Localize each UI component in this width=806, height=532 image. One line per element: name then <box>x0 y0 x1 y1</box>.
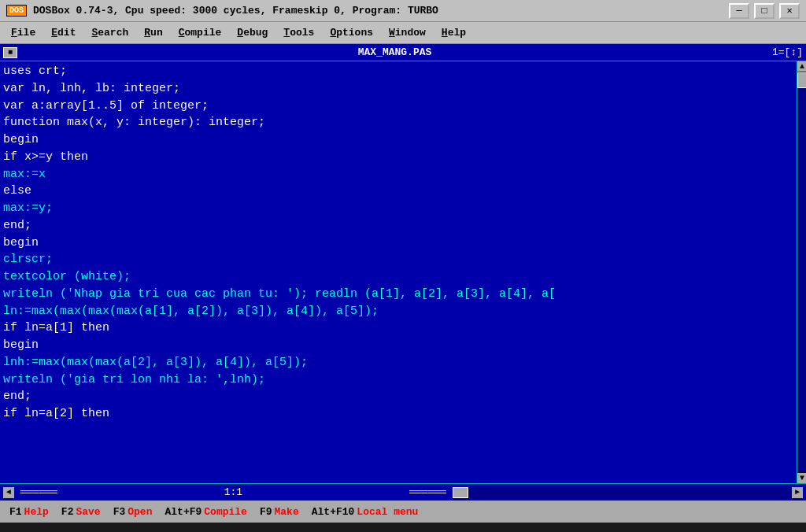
title-bar-left: DOS DOSBox 0.74-3, Cpu speed: 3000 cycle… <box>6 5 438 17</box>
scroll-left-button[interactable]: ◄ <box>3 487 14 498</box>
code-line-5: begin <box>3 131 793 149</box>
fn-label-make: Make <box>275 506 299 518</box>
code-line-11: begin <box>3 235 793 252</box>
menu-bar: File Edit Search Run Compile Debug Tools… <box>0 22 806 44</box>
fn-label-local-menu: Local menu <box>357 506 418 518</box>
menu-file[interactable]: File <box>3 24 43 41</box>
code-line-13: textcolor (white); <box>3 268 793 286</box>
fn-key-altf10: Alt+F10 <box>312 506 355 518</box>
minimize-button[interactable]: — <box>729 3 749 19</box>
fn-key-f3: F3 <box>113 506 126 518</box>
fn-open[interactable]: F3 Open <box>107 506 159 518</box>
scroll-down-button[interactable]: ▼ <box>797 472 806 483</box>
code-line-1: uses crt; <box>3 63 793 80</box>
fn-label-save: Save <box>76 506 100 518</box>
menu-debug[interactable]: Debug <box>229 24 275 41</box>
title-bar-controls: — □ ✕ <box>729 3 800 19</box>
fn-label-open: Open <box>128 506 152 518</box>
code-line-3: var a:array[1..5] of integer; <box>3 98 793 115</box>
fn-label-compile: Compile <box>204 506 247 518</box>
code-line-10: end; <box>3 217 793 235</box>
fn-key-altf9: Alt+F9 <box>165 506 202 518</box>
fn-local-menu[interactable]: Alt+F10 Local menu <box>305 506 425 518</box>
restore-button[interactable]: □ <box>754 3 775 19</box>
scroll-right-button[interactable]: ► <box>792 487 803 498</box>
code-line-18: lnh:=max(max(max(a[2], a[3]), a[4]), a[5… <box>3 354 793 371</box>
menu-tools[interactable]: Tools <box>275 24 322 41</box>
code-line-8: else <box>3 183 793 200</box>
editor-container: ■ MAX_MANG.PAS 1=[↕] uses crt; var ln, l… <box>0 44 806 501</box>
menu-window[interactable]: Window <box>381 24 434 41</box>
menu-compile[interactable]: Compile <box>171 24 230 41</box>
fn-help[interactable]: F1 Help <box>3 506 55 518</box>
fn-key-f1: F1 <box>9 506 22 518</box>
code-line-12: clrscr; <box>3 251 793 268</box>
fn-make[interactable]: F9 Make <box>253 506 305 518</box>
scroll-thumb[interactable] <box>797 72 806 88</box>
menu-run[interactable]: Run <box>136 24 170 41</box>
scroll-up-button[interactable]: ▲ <box>797 61 806 72</box>
code-line-20: end; <box>3 388 793 405</box>
editor-status-bar: ◄ ══════ 1:1 ══════ ► <box>0 483 806 501</box>
close-button[interactable]: ✕ <box>779 3 800 19</box>
code-area[interactable]: uses crt; var ln, lnh, lb: integer; var … <box>0 61 797 483</box>
fn-key-f2: F2 <box>61 506 74 518</box>
fn-compile[interactable]: Alt+F9 Compile <box>158 506 253 518</box>
status-decoration-right: ══════ <box>403 486 453 498</box>
cursor-position: 1:1 <box>64 486 403 498</box>
menu-edit[interactable]: Edit <box>43 24 83 41</box>
code-line-21: if ln=a[2] then <box>3 405 793 423</box>
editor-close-button[interactable]: ■ <box>3 47 17 58</box>
code-line-4: function max(x, y: integer): integer; <box>3 114 793 131</box>
menu-help[interactable]: Help <box>434 24 474 41</box>
code-line-7: max:=x <box>3 166 793 183</box>
title-bar: DOS DOSBox 0.74-3, Cpu speed: 3000 cycle… <box>0 0 806 22</box>
horizontal-scrollbar[interactable] <box>453 487 792 498</box>
status-decoration-left: ══════ <box>14 486 64 498</box>
code-line-14: writeln ('Nhap gia tri cua cac phan tu: … <box>3 286 793 303</box>
code-line-2: var ln, lnh, lb: integer; <box>3 80 793 98</box>
code-line-9: max:=y; <box>3 200 793 217</box>
code-line-15: ln:=max(max(max(max(a[1], a[2]), a[3]), … <box>3 303 793 320</box>
editor-filename: MAX_MANG.PAS <box>17 46 772 58</box>
dos-icon: DOS <box>6 5 27 17</box>
fn-label-help: Help <box>24 506 49 518</box>
menu-options[interactable]: Options <box>322 24 381 41</box>
function-key-bar: F1 Help F2 Save F3 Open Alt+F9 Compile F… <box>0 501 806 523</box>
title-text: DOSBox 0.74-3, Cpu speed: 3000 cycles, F… <box>33 5 438 17</box>
code-line-6: if x>=y then <box>3 149 793 166</box>
editor-line-indicator: 1=[↕] <box>772 46 803 58</box>
code-line-19: writeln ('gia tri lon nhi la: ',lnh); <box>3 371 793 389</box>
fn-key-f9: F9 <box>260 506 272 518</box>
menu-search[interactable]: Search <box>83 24 136 41</box>
horizontal-scroll-thumb[interactable] <box>453 487 468 498</box>
code-line-16: if ln=a[1] then <box>3 320 793 337</box>
code-line-17: begin <box>3 337 793 354</box>
fn-save[interactable]: F2 Save <box>55 506 107 518</box>
editor-title-bar: ■ MAX_MANG.PAS 1=[↕] <box>0 44 806 61</box>
vertical-scrollbar: ▲ ▼ <box>797 61 806 483</box>
